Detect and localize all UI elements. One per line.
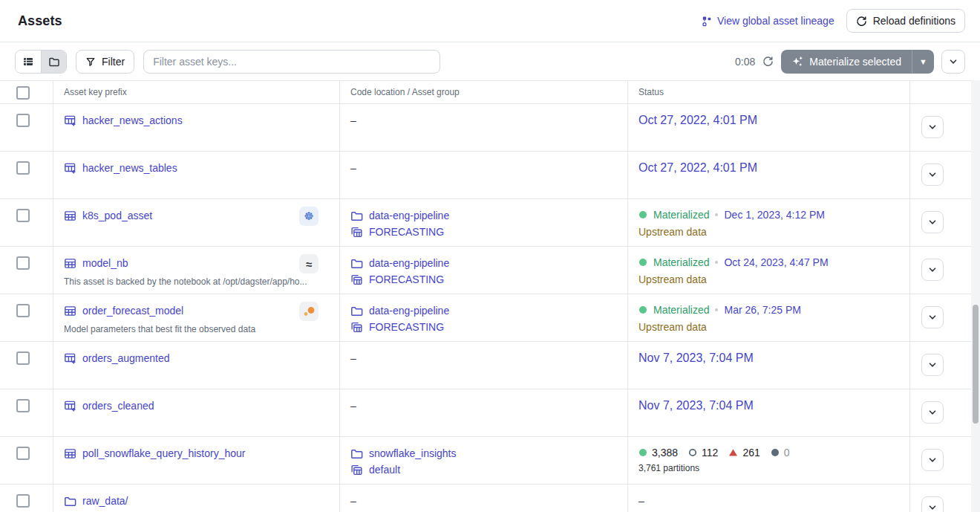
dot-green-icon [638, 448, 647, 457]
row-expand-button[interactable] [921, 496, 944, 512]
row-expand-button[interactable] [921, 211, 944, 233]
materialization-date-link[interactable]: Dec 1, 2023, 4:12 PM [724, 209, 824, 221]
materialization-date-link[interactable]: Nov 7, 2023, 7:04 PM [638, 399, 754, 412]
dot-green-icon [638, 210, 647, 219]
empty-value: – [350, 162, 356, 174]
lineage-icon [701, 16, 712, 27]
table-icon [64, 447, 76, 460]
materialized-status: Materialized [653, 304, 709, 316]
row-checkbox[interactable] [16, 494, 30, 508]
code-location-link[interactable]: data-eng-pipeline [369, 256, 449, 270]
materialize-selected-button[interactable]: Materialize selected [781, 50, 912, 74]
folder-icon [350, 257, 363, 270]
asset-key-link[interactable]: model_nb [82, 256, 128, 270]
table-row: model_nbThis asset is backed by the note… [0, 247, 980, 294]
row-checkbox[interactable] [16, 256, 30, 270]
code-location-link[interactable]: snowflake_insights [369, 447, 457, 460]
asset-group-link[interactable]: FORECASTING [369, 320, 444, 334]
table-icon [64, 305, 76, 317]
row-expand-button[interactable] [921, 163, 944, 186]
materialize-options-caret[interactable]: ▼ [912, 50, 934, 74]
asset-key-link[interactable]: orders_cleaned [82, 399, 154, 412]
row-checkbox[interactable] [16, 351, 30, 365]
row-expand-button[interactable] [921, 116, 944, 138]
materialized-status: Materialized [653, 256, 709, 268]
row-checkbox[interactable] [16, 114, 30, 127]
asset-key-link[interactable]: hacker_news_tables [82, 161, 177, 175]
partition-count: 3,388 [638, 447, 678, 458]
search-input[interactable] [143, 50, 440, 74]
chevron-down-icon [928, 123, 937, 132]
row-expand-button[interactable] [921, 401, 944, 424]
scrollbar-thumb[interactable] [973, 305, 979, 424]
folder-icon [64, 495, 76, 508]
asset-group-icon [350, 226, 363, 239]
materialization-date-link[interactable]: Oct 24, 2023, 4:47 PM [724, 256, 828, 268]
asset-description: Model parameters that best fit the obser… [64, 324, 329, 334]
partition-count: 112 [688, 447, 718, 458]
view-toggle [15, 50, 67, 74]
assets-page: Assets View global asset lineage [0, 0, 980, 512]
row-checkbox[interactable] [16, 209, 30, 222]
select-all-checkbox[interactable] [16, 86, 30, 100]
folder-icon [350, 210, 363, 222]
row-checkbox[interactable] [16, 447, 30, 460]
column-header-code-location: Code location / Asset group [340, 81, 628, 103]
row-checkbox[interactable] [16, 399, 30, 412]
list-view-button[interactable] [16, 51, 41, 73]
table-row: hacker_news_tables–Oct 27, 2022, 4:01 PM [0, 152, 980, 199]
row-checkbox[interactable] [16, 161, 30, 175]
code-location-link[interactable]: data-eng-pipeline [369, 209, 449, 222]
asset-key-link[interactable]: orders_augmented [82, 351, 170, 365]
page-title: Assets [18, 13, 62, 29]
asset-group-icon [350, 321, 363, 334]
refresh-timer: 0:08 [735, 56, 755, 68]
materialization-date-link[interactable]: Mar 26, 7:25 PM [724, 304, 801, 316]
table-row: orders_augmented–Nov 7, 2023, 7:04 PM [0, 342, 980, 389]
more-actions-button[interactable] [941, 50, 965, 74]
asset-key-link[interactable]: order_forecast_model [82, 304, 183, 317]
chevron-down-icon [928, 218, 937, 227]
dot-slate-icon [771, 448, 780, 457]
refresh-icon[interactable] [762, 56, 774, 67]
chevron-down-icon [928, 313, 937, 322]
scrollbar-track[interactable] [971, 80, 980, 512]
asset-description: This asset is backed by the notebook at … [64, 276, 329, 287]
materialization-date-link[interactable]: Oct 27, 2022, 4:01 PM [638, 161, 757, 174]
reload-definitions-button[interactable]: Reload definitions [846, 9, 965, 33]
table-row: raw_data/–– [0, 485, 980, 512]
asset-group-icon [350, 464, 363, 476]
table-row: order_forecast_modelModel parameters tha… [0, 294, 980, 342]
folder-view-button[interactable] [41, 51, 66, 73]
asset-group-link[interactable]: FORECASTING [369, 273, 444, 286]
asset-group-link[interactable]: FORECASTING [369, 225, 444, 239]
asset-key-link[interactable]: raw_data/ [82, 494, 128, 508]
filter-button[interactable]: Filter [76, 50, 134, 74]
row-expand-button[interactable] [921, 306, 944, 328]
table-row: poll_snowflake_query_history_hoursnowfla… [0, 437, 980, 485]
row-checkbox[interactable] [16, 304, 30, 317]
view-global-asset-lineage-link[interactable]: View global asset lineage [701, 15, 834, 27]
asset-key-link[interactable]: hacker_news_actions [82, 114, 183, 127]
column-header-status: Status [628, 81, 910, 103]
separator-dot [715, 308, 718, 311]
table-row: hacker_news_actions–Oct 27, 2022, 4:01 P… [0, 104, 980, 152]
table-header-row: Asset key prefix Code location / Asset g… [0, 80, 980, 104]
asset-key-link[interactable]: poll_snowflake_query_history_hour [82, 447, 245, 460]
folder-icon [350, 447, 363, 460]
sparkle-icon [791, 56, 803, 68]
row-expand-button[interactable] [921, 449, 944, 471]
row-expand-button[interactable] [921, 354, 944, 376]
asset-group-link[interactable]: default [369, 463, 400, 476]
code-location-link[interactable]: data-eng-pipeline [369, 304, 449, 317]
table-icon [64, 257, 76, 270]
asset-key-link[interactable]: k8s_pod_asset [82, 209, 152, 222]
chevron-down-icon [928, 360, 937, 369]
row-expand-button[interactable] [921, 259, 944, 281]
table-plus-icon [64, 162, 76, 175]
materialization-date-link[interactable]: Oct 27, 2022, 4:01 PM [638, 114, 757, 126]
chevron-down-icon [928, 503, 937, 512]
materialization-date-link[interactable]: Nov 7, 2023, 7:04 PM [638, 351, 754, 364]
assets-table: Asset key prefix Code location / Asset g… [0, 80, 980, 512]
partitions-total: 3,761 partitions [638, 463, 899, 473]
